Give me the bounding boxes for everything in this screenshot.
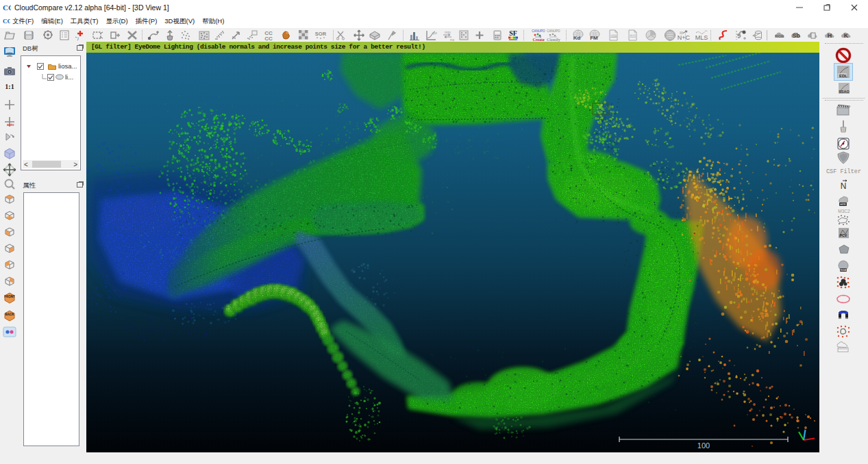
svg-text:SF: SF bbox=[509, 29, 517, 37]
svg-text:BACK: BACK bbox=[5, 313, 15, 316]
svg-text:max: max bbox=[450, 38, 454, 42]
svg-text:μσ: μσ bbox=[433, 31, 438, 35]
svg-text:RGB: RGB bbox=[775, 34, 784, 38]
svg-text:K: K bbox=[844, 32, 849, 39]
svg-text:CC: CC bbox=[3, 18, 10, 25]
svg-text:SSAO: SSAO bbox=[839, 90, 850, 94]
svg-text:CANUPO: CANUPO bbox=[547, 29, 560, 33]
svg-text:SOR: SOR bbox=[315, 31, 327, 37]
svg-text:CANUPO: CANUPO bbox=[532, 29, 545, 33]
svg-text:CC: CC bbox=[264, 36, 273, 42]
svg-text:CSV: CSV bbox=[630, 34, 636, 38]
svg-text:N: N bbox=[841, 181, 847, 191]
svg-text:FRONT: FRONT bbox=[4, 295, 15, 298]
svg-text:HPR: HPR bbox=[840, 203, 846, 206]
svg-text:1:1: 1:1 bbox=[5, 83, 14, 90]
svg-text:FM: FM bbox=[590, 35, 598, 41]
svg-text:BRP: BRP bbox=[610, 34, 617, 38]
svg-text:H: H bbox=[828, 32, 832, 39]
svg-text:N+C: N+C bbox=[678, 34, 691, 41]
svg-text:EDL: EDL bbox=[839, 74, 847, 78]
svg-text:100: 100 bbox=[697, 441, 710, 450]
svg-text:CC: CC bbox=[3, 3, 11, 12]
svg-text:RGB: RGB bbox=[841, 268, 847, 272]
svg-text:MLS: MLS bbox=[695, 34, 708, 41]
svg-text:Sb: Sb bbox=[792, 32, 800, 39]
svg-text:auto: auto bbox=[7, 123, 14, 127]
svg-text:PCV: PCV bbox=[840, 233, 847, 237]
svg-text:min: min bbox=[445, 30, 451, 34]
svg-text:Kd: Kd bbox=[573, 35, 581, 41]
